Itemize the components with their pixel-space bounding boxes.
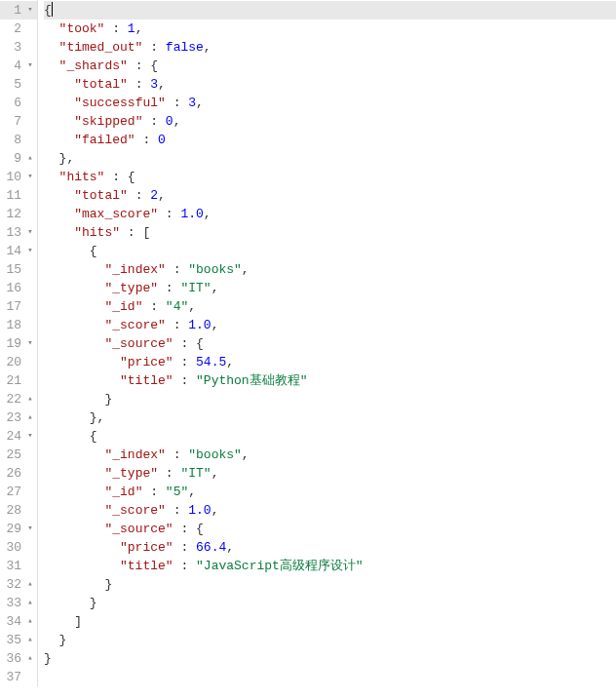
fold-close-icon[interactable]: ▴: [25, 575, 35, 594]
code-line[interactable]: "_type" : "IT",: [44, 279, 616, 297]
code-line[interactable]: },: [44, 149, 616, 168]
token-p: [44, 77, 74, 92]
token-p: :: [158, 466, 180, 481]
gutter-row: 30: [0, 538, 37, 557]
token-p: ,: [188, 299, 196, 314]
fold-close-icon[interactable]: ▴: [25, 594, 35, 612]
token-k: "_id": [104, 485, 142, 499]
code-line[interactable]: }: [44, 649, 616, 668]
code-line[interactable]: "_score" : 1.0,: [44, 316, 616, 334]
token-k: "took": [59, 21, 105, 36]
fold-close-icon[interactable]: ▴: [25, 649, 35, 668]
line-number: 22: [0, 390, 25, 408]
line-number: 32: [0, 575, 25, 594]
code-line[interactable]: "price" : 66.4,: [44, 538, 616, 557]
code-line[interactable]: {: [44, 242, 616, 260]
fold-open-icon[interactable]: ▾: [25, 427, 35, 446]
code-line[interactable]: {: [44, 427, 616, 446]
code-line[interactable]: "price" : 54.5,: [44, 353, 616, 371]
fold-open-icon[interactable]: ▾: [25, 1, 35, 19]
token-p: [44, 503, 104, 518]
token-p: [44, 40, 59, 55]
code-line[interactable]: "_source" : {: [44, 520, 616, 538]
token-s: "5": [166, 485, 188, 499]
token-p: :: [166, 318, 188, 332]
code-line[interactable]: "max_score" : 1.0,: [44, 205, 616, 223]
fold-open-icon[interactable]: ▾: [25, 168, 35, 186]
code-line[interactable]: "title" : "Python基础教程": [44, 371, 616, 390]
code-line[interactable]: },: [44, 408, 616, 427]
token-p: ,: [196, 96, 204, 110]
fold-open-icon[interactable]: ▾: [25, 334, 35, 353]
token-p: [44, 299, 104, 314]
code-line[interactable]: "_index" : "books",: [44, 260, 616, 279]
code-line[interactable]: "_id" : "5",: [44, 483, 616, 501]
fold-open-icon[interactable]: ▾: [25, 57, 35, 75]
code-line[interactable]: "total" : 3,: [44, 75, 616, 94]
fold-close-icon[interactable]: ▴: [25, 149, 35, 168]
fold-close-icon[interactable]: ▴: [25, 408, 35, 427]
token-b: false: [166, 40, 204, 55]
token-s: "books": [188, 447, 242, 462]
token-n: 2: [150, 188, 158, 203]
token-p: :: [128, 188, 150, 203]
token-p: ,: [212, 466, 219, 481]
line-number: 35: [0, 631, 25, 649]
code-area[interactable]: { "took" : 1, "timed_out" : false, "_sha…: [38, 0, 616, 686]
token-n: 66.4: [196, 540, 226, 555]
fold-open-icon[interactable]: ▾: [25, 520, 35, 538]
token-k: "max_score": [74, 207, 158, 221]
token-p: [44, 225, 74, 240]
code-line[interactable]: }: [44, 631, 616, 649]
code-line[interactable]: "_type" : "IT",: [44, 464, 616, 483]
code-line[interactable]: }: [44, 575, 616, 594]
fold-open-icon[interactable]: ▾: [25, 223, 35, 242]
token-p: [44, 133, 74, 147]
code-line[interactable]: "_id" : "4",: [44, 297, 616, 316]
token-p: : {: [128, 58, 158, 73]
line-number: 4: [0, 57, 25, 75]
code-line[interactable]: "skipped" : 0,: [44, 112, 616, 131]
code-line[interactable]: }: [44, 390, 616, 408]
code-line[interactable]: "took" : 1,: [44, 19, 616, 38]
token-n: 3: [150, 77, 158, 92]
code-line[interactable]: "successful" : 3,: [44, 94, 616, 112]
fold-close-icon[interactable]: ▴: [25, 390, 35, 408]
line-number: 30: [0, 538, 25, 557]
fold-close-icon[interactable]: ▴: [25, 612, 35, 631]
token-p: : {: [104, 170, 135, 184]
code-line[interactable]: "total" : 2,: [44, 186, 616, 205]
gutter-row: 32▴: [0, 575, 37, 594]
code-line[interactable]: "_shards" : {: [44, 57, 616, 75]
code-line[interactable]: }: [44, 594, 616, 612]
code-line[interactable]: "timed_out" : false,: [44, 38, 616, 57]
code-line[interactable]: "hits" : [: [44, 223, 616, 242]
token-k: "price": [120, 355, 173, 369]
code-line[interactable]: "hits" : {: [44, 168, 616, 186]
fold-close-icon[interactable]: ▴: [25, 631, 35, 649]
token-k: "hits": [74, 225, 120, 240]
token-p: ,: [158, 188, 166, 203]
code-editor[interactable]: 1▾234▾56789▴10▾111213▾14▾1516171819▾2021…: [0, 0, 616, 686]
gutter-row: 15: [0, 260, 37, 279]
gutter-row: 6: [0, 94, 37, 112]
code-line[interactable]: ]: [44, 612, 616, 631]
code-line[interactable]: [44, 668, 616, 686]
code-line[interactable]: "title" : "JavaScript高级程序设计": [44, 557, 616, 575]
token-k: "_index": [104, 262, 165, 277]
code-line[interactable]: {: [44, 1, 616, 19]
line-number: 16: [0, 279, 25, 297]
code-line[interactable]: "_score" : 1.0,: [44, 501, 616, 520]
gutter-row: 17: [0, 297, 37, 316]
line-number: 29: [0, 520, 25, 538]
text-cursor: [52, 2, 53, 17]
fold-open-icon[interactable]: ▾: [25, 242, 35, 260]
code-line[interactable]: "failed" : 0: [44, 131, 616, 149]
line-number: 2: [0, 19, 25, 38]
token-p: :: [142, 40, 165, 55]
line-number: 20: [0, 353, 25, 371]
code-line[interactable]: "_index" : "books",: [44, 446, 616, 464]
token-p: :: [128, 77, 150, 92]
token-n: 1: [128, 21, 135, 36]
code-line[interactable]: "_source" : {: [44, 334, 616, 353]
